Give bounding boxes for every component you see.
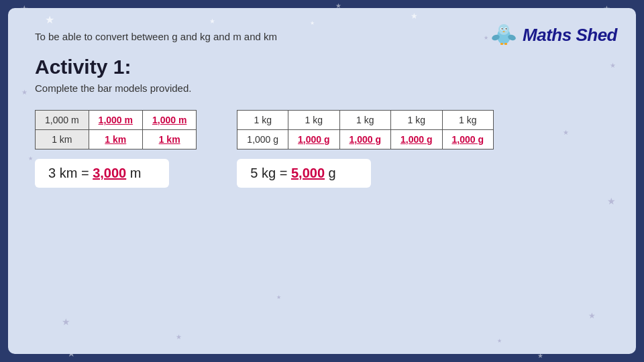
km-row-1: 1,000 m 1,000 m 1,000 m: [36, 111, 197, 130]
kg-r2-c4: 1,000 g: [391, 130, 442, 149]
km-bar-table: 1,000 m 1,000 m 1,000 m 1 km 1 km 1 km: [35, 110, 197, 149]
star-14: ★: [276, 294, 281, 300]
exercises-row: 1,000 m 1,000 m 1,000 m 1 km 1 km 1 km 3…: [35, 110, 609, 188]
svg-rect-10: [504, 43, 507, 45]
star-9: ★: [588, 311, 596, 320]
kg-r1-c1: 1 kg: [237, 111, 288, 130]
star-7: ★: [62, 316, 70, 327]
km-r1-c1: 1,000 m: [36, 111, 89, 130]
star-8: ★: [176, 333, 182, 341]
main-panel: ★ ★ ★ ★ ★ ★ ★ ★ ★ ★ ★ ★ ★ ★ ★: [8, 8, 636, 354]
activity-subtitle: Complete the bar models provided.: [35, 82, 609, 94]
km-row-2: 1 km 1 km 1 km: [36, 130, 197, 149]
kg-r2-c5: 1,000 g: [442, 130, 493, 149]
kg-result-box: 5 kg = 5,000 g: [237, 159, 371, 188]
km-result-answer: 3,000: [93, 166, 126, 180]
logo-text: Maths Shed: [523, 25, 617, 46]
kg-exercise: 1 kg 1 kg 1 kg 1 kg 1 kg 1,000 g 1,000 g…: [237, 110, 494, 188]
km-result-suffix: m: [126, 166, 141, 180]
kg-r1-c3: 1 kg: [339, 111, 390, 130]
km-result-prefix: 3 km =: [48, 166, 93, 180]
km-r2-c2: 1 km: [89, 130, 142, 149]
kg-bar-table: 1 kg 1 kg 1 kg 1 kg 1 kg 1,000 g 1,000 g…: [237, 110, 494, 149]
km-r1-c2: 1,000 m: [89, 111, 142, 130]
km-r1-c3: 1,000 m: [142, 111, 196, 130]
kg-r2-c3: 1,000 g: [339, 130, 390, 149]
svg-rect-9: [500, 43, 503, 45]
km-r2-c1: 1 km: [36, 130, 89, 149]
km-exercise: 1,000 m 1,000 m 1,000 m 1 km 1 km 1 km 3…: [35, 110, 197, 188]
km-result-box: 3 km = 3,000 m: [35, 159, 169, 188]
svg-point-5: [506, 28, 507, 29]
kg-r1-c5: 1 kg: [442, 111, 493, 130]
logo-area: Maths Shed: [489, 20, 617, 50]
kg-row-1: 1 kg 1 kg 1 kg 1 kg 1 kg: [237, 111, 494, 130]
logo-icon: [489, 20, 519, 50]
kg-result-answer: 5,000: [291, 166, 325, 180]
kg-r2-c2: 1,000 g: [288, 130, 339, 149]
km-r2-c3: 1 km: [142, 130, 196, 149]
kg-r1-c2: 1 kg: [288, 111, 339, 130]
kg-r2-c1: 1,000 g: [237, 130, 288, 149]
kg-r1-c4: 1 kg: [391, 111, 442, 130]
svg-point-4: [502, 28, 503, 29]
activity-title: Activity 1:: [35, 56, 609, 78]
svg-point-1: [498, 24, 509, 35]
kg-result-prefix: 5 kg =: [250, 166, 291, 180]
kg-result-suffix: g: [325, 166, 336, 180]
star-10: ★: [497, 338, 502, 344]
kg-row-2: 1,000 g 1,000 g 1,000 g 1,000 g 1,000 g: [237, 130, 494, 149]
